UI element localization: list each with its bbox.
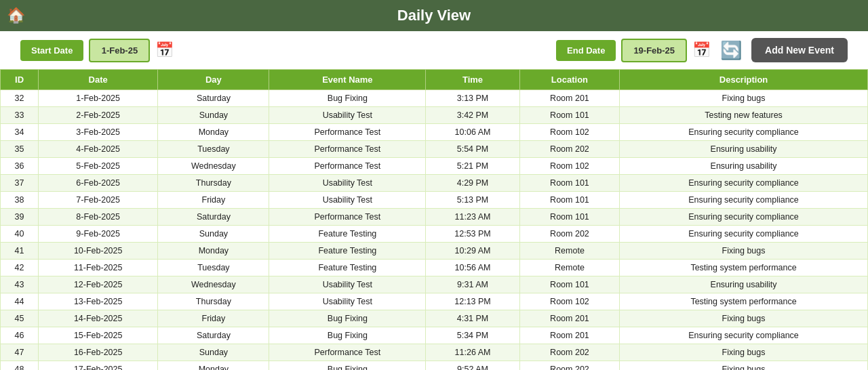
cell-date: 5-Feb-2025 bbox=[39, 158, 158, 175]
cell-id: 42 bbox=[1, 260, 39, 276]
cell-date: 14-Feb-2025 bbox=[39, 310, 158, 327]
cell-location: Room 101 bbox=[519, 175, 619, 192]
cell-id: 36 bbox=[1, 158, 39, 175]
cell-id: 37 bbox=[1, 175, 39, 192]
table-header-row: IDDateDayEvent NameTimeLocationDescripti… bbox=[1, 70, 868, 90]
cell-description: Testing system performance bbox=[620, 260, 868, 276]
start-date-value[interactable]: 1-Feb-25 bbox=[89, 39, 150, 62]
cell-event-name: Usability Test bbox=[269, 107, 426, 124]
cell-location: Room 101 bbox=[519, 276, 619, 293]
table-row[interactable]: 409-Feb-2025SundayFeature Testing12:53 P… bbox=[1, 226, 868, 243]
end-date-value[interactable]: 19-Feb-25 bbox=[621, 39, 687, 62]
table-row[interactable]: 4413-Feb-2025ThursdayUsability Test12:13… bbox=[1, 293, 868, 310]
cell-day: Monday bbox=[158, 124, 269, 141]
table-row[interactable]: 343-Feb-2025MondayPerformance Test10:06 … bbox=[1, 124, 868, 141]
table-row[interactable]: 354-Feb-2025TuesdayPerformance Test5:54 … bbox=[1, 141, 868, 158]
cell-location: Room 202 bbox=[519, 344, 619, 361]
cell-date: 13-Feb-2025 bbox=[39, 293, 158, 310]
cell-date: 2-Feb-2025 bbox=[39, 107, 158, 124]
table-row[interactable]: 365-Feb-2025WednesdayPerformance Test5:2… bbox=[1, 158, 868, 175]
page-title: Daily View bbox=[397, 7, 471, 24]
table-row[interactable]: 398-Feb-2025SaturdayPerformance Test11:2… bbox=[1, 209, 868, 226]
cell-day: Sunday bbox=[158, 226, 269, 243]
table-row[interactable]: 4716-Feb-2025SundayPerformance Test11:26… bbox=[1, 344, 868, 361]
cell-description: Fixing bugs bbox=[620, 243, 868, 260]
table-row[interactable]: 4110-Feb-2025MondayFeature Testing10:29 … bbox=[1, 243, 868, 260]
cell-id: 34 bbox=[1, 124, 39, 141]
cell-time: 9:31 AM bbox=[426, 276, 520, 293]
table-row[interactable]: 332-Feb-2025SundayUsability Test3:42 PMR… bbox=[1, 107, 868, 124]
end-date-label: End Date bbox=[556, 40, 616, 61]
cell-date: 17-Feb-2025 bbox=[39, 361, 158, 371]
table-row[interactable]: 4615-Feb-2025SaturdayBug Fixing5:34 PMRo… bbox=[1, 327, 868, 344]
col-header-day: Day bbox=[158, 70, 269, 90]
cell-event-name: Performance Test bbox=[269, 141, 426, 158]
cell-event-name: Usability Test bbox=[269, 276, 426, 293]
cell-day: Sunday bbox=[158, 107, 269, 124]
cell-description: Ensuring security compliance bbox=[620, 209, 868, 226]
cell-day: Wednesday bbox=[158, 276, 269, 293]
start-calendar-icon[interactable]: 📅 bbox=[155, 41, 174, 59]
cell-location: Room 201 bbox=[519, 310, 619, 327]
cell-id: 38 bbox=[1, 192, 39, 209]
table-row[interactable]: 376-Feb-2025ThursdayUsability Test4:29 P… bbox=[1, 175, 868, 192]
cell-time: 4:29 PM bbox=[426, 175, 520, 192]
cell-day: Wednesday bbox=[158, 158, 269, 175]
table-row[interactable]: 4211-Feb-2025TuesdayFeature Testing10:56… bbox=[1, 260, 868, 276]
cell-id: 32 bbox=[1, 90, 39, 107]
cell-description: Ensuring usability bbox=[620, 158, 868, 175]
cell-day: Friday bbox=[158, 310, 269, 327]
cell-time: 5:54 PM bbox=[426, 141, 520, 158]
cell-location: Room 101 bbox=[519, 107, 619, 124]
cell-event-name: Bug Fixing bbox=[269, 327, 426, 344]
cell-date: 10-Feb-2025 bbox=[39, 243, 158, 260]
home-icon[interactable]: 🏠 bbox=[7, 7, 25, 24]
cell-event-name: Feature Testing bbox=[269, 226, 426, 243]
col-header-event-name: Event Name bbox=[269, 70, 426, 90]
cell-time: 5:34 PM bbox=[426, 327, 520, 344]
cell-event-name: Bug Fixing bbox=[269, 310, 426, 327]
cell-day: Tuesday bbox=[158, 141, 269, 158]
cell-date: 9-Feb-2025 bbox=[39, 226, 158, 243]
start-date-label: Start Date bbox=[20, 40, 83, 61]
cell-id: 39 bbox=[1, 209, 39, 226]
cell-location: Room 101 bbox=[519, 192, 619, 209]
cell-description: Ensuring security compliance bbox=[620, 124, 868, 141]
cell-date: 1-Feb-2025 bbox=[39, 90, 158, 107]
cell-description: Testing system performance bbox=[620, 293, 868, 310]
cell-event-name: Performance Test bbox=[269, 158, 426, 175]
cell-event-name: Performance Test bbox=[269, 344, 426, 361]
table-row[interactable]: 387-Feb-2025FridayUsability Test5:13 PMR… bbox=[1, 192, 868, 209]
table-row[interactable]: 321-Feb-2025SaturdayBug Fixing3:13 PMRoo… bbox=[1, 90, 868, 107]
cell-location: Remote bbox=[519, 243, 619, 260]
cell-date: 15-Feb-2025 bbox=[39, 327, 158, 344]
add-new-event-button[interactable]: Add New Event bbox=[751, 38, 848, 62]
cell-date: 4-Feb-2025 bbox=[39, 141, 158, 158]
cell-date: 3-Feb-2025 bbox=[39, 124, 158, 141]
cell-description: Fixing bugs bbox=[620, 361, 868, 371]
cell-event-name: Performance Test bbox=[269, 124, 426, 141]
table-row[interactable]: 4817-Feb-2025MondayBug Fixing9:52 AMRoom… bbox=[1, 361, 868, 371]
cell-location: Room 201 bbox=[519, 90, 619, 107]
cell-day: Saturday bbox=[158, 327, 269, 344]
cell-description: Ensuring security compliance bbox=[620, 192, 868, 209]
end-calendar-icon[interactable]: 📅 bbox=[692, 41, 711, 59]
col-header-location: Location bbox=[519, 70, 619, 90]
cell-id: 43 bbox=[1, 276, 39, 293]
cell-location: Room 102 bbox=[519, 158, 619, 175]
table-row[interactable]: 4312-Feb-2025WednesdayUsability Test9:31… bbox=[1, 276, 868, 293]
table-row[interactable]: 4514-Feb-2025FridayBug Fixing4:31 PMRoom… bbox=[1, 310, 868, 327]
cell-time: 11:23 AM bbox=[426, 209, 520, 226]
events-table: IDDateDayEvent NameTimeLocationDescripti… bbox=[0, 69, 868, 370]
cell-id: 46 bbox=[1, 327, 39, 344]
cell-description: Fixing bugs bbox=[620, 344, 868, 361]
cell-event-name: Performance Test bbox=[269, 209, 426, 226]
cell-id: 45 bbox=[1, 310, 39, 327]
cell-event-name: Usability Test bbox=[269, 293, 426, 310]
cell-description: Testing new features bbox=[620, 107, 868, 124]
cell-time: 3:13 PM bbox=[426, 90, 520, 107]
refresh-icon[interactable]: 🔄 bbox=[720, 40, 742, 61]
cell-date: 11-Feb-2025 bbox=[39, 260, 158, 276]
cell-time: 9:52 AM bbox=[426, 361, 520, 371]
cell-time: 3:42 PM bbox=[426, 107, 520, 124]
